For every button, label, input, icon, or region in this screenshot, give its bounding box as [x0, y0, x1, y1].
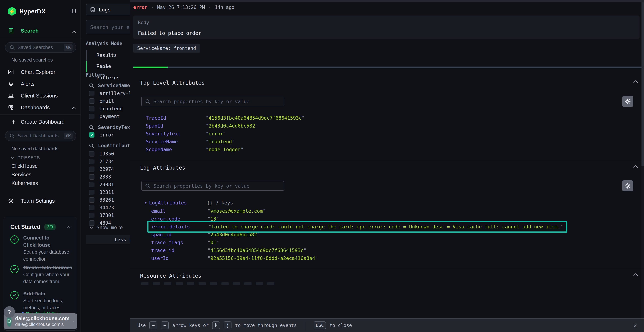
- close-icon[interactable]: ✕: [634, 322, 637, 329]
- search-icon: [89, 83, 94, 88]
- chevron-down-icon: [10, 156, 15, 160]
- left-arrow-key[interactable]: ←: [149, 322, 157, 329]
- section-title-top-level: Top Level Attributes: [140, 80, 205, 86]
- filter-checkbox[interactable]: 29081: [89, 181, 114, 188]
- preset-clickhouse[interactable]: ClickHouse: [12, 163, 38, 169]
- sidebar-item-client-sessions[interactable]: Client Sessions: [8, 93, 58, 99]
- filter-checkbox[interactable]: 34423: [89, 204, 114, 212]
- log-attribute-rows: email"vmoses@example.com" error.code"13"…: [151, 207, 567, 262]
- attribute-row[interactable]: trace_id"4156d3fbc40a64854d9dc7f68641593…: [151, 246, 567, 254]
- service-tag-chip[interactable]: ServiceName: frontend: [133, 44, 200, 52]
- resource-badge[interactable]: [267, 282, 274, 285]
- k-key[interactable]: k: [212, 322, 220, 329]
- saved-searches-input[interactable]: Saved Searches ⌘K: [5, 42, 76, 52]
- filter-checkbox[interactable]: frontend: [89, 105, 137, 112]
- resource-badge[interactable]: [233, 282, 240, 285]
- dashboards-chevron-up-icon[interactable]: [71, 106, 76, 111]
- logattributes-tree-root[interactable]: ▾ LogAttributes {} 7 keys: [144, 199, 233, 207]
- property-search-input[interactable]: Search properties by key or value: [141, 96, 284, 106]
- attribute-row[interactable]: ServiceName"frontend": [146, 138, 305, 146]
- search-icon: [89, 125, 94, 130]
- check-circle-icon: [10, 291, 18, 300]
- j-key[interactable]: j: [224, 322, 232, 329]
- checkbox-icon: [89, 174, 94, 180]
- sidebar-item-search[interactable]: Search: [8, 28, 39, 34]
- attribute-row[interactable]: email"vmoses@example.com": [151, 207, 567, 215]
- filter-checkbox[interactable]: 33261: [89, 196, 114, 204]
- create-dashboard-button[interactable]: Create Dashboard: [11, 119, 64, 125]
- filter-group-logattributes[interactable]: LogAttributes: [89, 143, 136, 148]
- section-collapse-chevron-up-icon[interactable]: [632, 164, 639, 170]
- presets-section[interactable]: PRESETS: [10, 155, 40, 160]
- divider: [305, 322, 305, 329]
- sidebar-item-team-settings[interactable]: Team Settings: [8, 198, 55, 204]
- section-collapse-chevron-up-icon[interactable]: [632, 79, 639, 85]
- attribute-row[interactable]: SeverityText"error": [146, 130, 305, 138]
- resource-badge[interactable]: [244, 282, 252, 285]
- laptop-icon: [8, 93, 14, 99]
- get-started-step-connect[interactable]: Connect to ClickHouse Set up your databa…: [10, 234, 73, 262]
- help-button[interactable]: ?: [4, 306, 15, 318]
- attributes-settings-button[interactable]: [622, 180, 633, 192]
- sidebar-item-alerts[interactable]: Alerts: [8, 81, 34, 87]
- checkbox-icon: [89, 98, 94, 104]
- show-more-button[interactable]: Show more: [89, 225, 123, 230]
- attribute-row[interactable]: ScopeName"node-logger": [146, 146, 305, 154]
- preset-services[interactable]: Services: [12, 172, 31, 178]
- resource-badge[interactable]: [153, 282, 160, 285]
- resource-badge[interactable]: [210, 282, 217, 285]
- divider: [0, 114, 81, 115]
- property-search-input[interactable]: Search properties by key or value: [141, 181, 284, 191]
- sidebar-item-dashboards[interactable]: Dashboards: [8, 104, 50, 110]
- sidebar-item-chart-explorer[interactable]: Chart Explorer: [8, 69, 55, 75]
- user-menu[interactable]: D dale@clickhouse.com dale@clickhouse.co…: [4, 314, 77, 329]
- filter-checkbox[interactable]: payment: [89, 112, 137, 120]
- search-icon: [9, 133, 15, 138]
- filter-group-servicename[interactable]: ServiceName: [89, 83, 130, 88]
- resource-badge[interactable]: [141, 282, 148, 285]
- filter-group-severitytext[interactable]: SeverityText: [89, 124, 133, 130]
- body-card: Body Failed to place order: [133, 16, 640, 39]
- filter-checkbox[interactable]: 2333: [89, 173, 114, 181]
- resource-badge[interactable]: [187, 282, 194, 285]
- get-started-step-add-data[interactable]: Add Data Start sending logs, metrics, or…: [10, 290, 73, 311]
- gear-icon: [624, 98, 631, 105]
- app-logo[interactable]: ⚡ HyperDX: [8, 7, 46, 16]
- attribute-row[interactable]: userId"92a55156-39a4-11f0-8ddd-a2eca416a…: [151, 254, 567, 262]
- esc-key[interactable]: ESC: [314, 322, 326, 329]
- filter-checkbox[interactable]: 19350: [89, 150, 114, 158]
- resource-badge[interactable]: [176, 282, 183, 285]
- filter-checkbox[interactable]: 32311: [89, 188, 114, 196]
- section-collapse-chevron-up-icon[interactable]: [632, 272, 639, 278]
- resource-badge[interactable]: [164, 282, 172, 285]
- attribute-row[interactable]: trace_flags"01": [151, 238, 567, 246]
- attribute-row[interactable]: TraceId"4156d3fbc40a64854d9dc7f68641593c…: [146, 114, 305, 122]
- sidebar-collapse-icon[interactable]: [70, 8, 76, 14]
- filter-checkbox[interactable]: 21734: [89, 158, 114, 165]
- filter-checkbox[interactable]: 37801: [89, 212, 114, 219]
- saved-dashboards-input[interactable]: Saved Dashboards ⌘K: [5, 130, 76, 141]
- collapse-triangle-icon[interactable]: ▾: [144, 199, 147, 207]
- attribute-row[interactable]: error.details"failed to charge card: cou…: [147, 221, 567, 233]
- search-section-chevron-up-icon[interactable]: [71, 29, 76, 34]
- get-started-chevron-up-icon[interactable]: [66, 224, 71, 230]
- tab-underline-track: [133, 66, 644, 68]
- resource-badge[interactable]: [256, 282, 263, 285]
- filter-checkbox[interactable]: artillery-loa: [89, 90, 137, 97]
- right-arrow-key[interactable]: →: [161, 322, 169, 329]
- preset-kubernetes[interactable]: Kubernetes: [12, 180, 38, 186]
- plus-icon: [11, 119, 16, 124]
- checkbox-icon: [89, 166, 94, 172]
- get-started-progress-badge: 3/3: [44, 224, 56, 230]
- resource-badge[interactable]: [222, 282, 228, 285]
- resource-badge[interactable]: [198, 282, 206, 285]
- filter-checkbox[interactable]: error: [89, 131, 114, 139]
- attribute-row[interactable]: SpanId"2b43d0c4dd6bc582": [146, 122, 305, 130]
- scrollbar-thumb[interactable]: [642, 2, 644, 166]
- attributes-settings-button[interactable]: [622, 96, 633, 107]
- logattributes-options: 19350 21734 22974 2333 29081 32311 33261…: [89, 150, 114, 227]
- get-started-step-sources[interactable]: Create Data Sources Configure where your…: [10, 264, 73, 285]
- filter-checkbox[interactable]: 22974: [89, 165, 114, 173]
- severity-label: error: [133, 5, 147, 10]
- filter-checkbox[interactable]: email: [89, 97, 137, 105]
